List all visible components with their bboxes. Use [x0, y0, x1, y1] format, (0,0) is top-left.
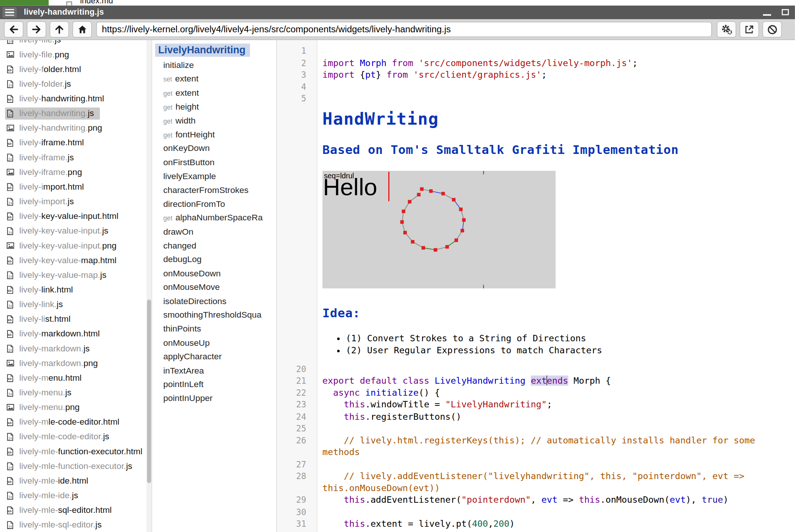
code-line[interactable]: 29 this.addEventListener("pointerdown", …	[323, 494, 792, 506]
code-line[interactable]: 23 this.windowTitle = "LivelyHandwriting…	[323, 399, 792, 411]
outline-item[interactable]: smoothingThresholdSqua	[152, 308, 276, 322]
file-item[interactable]: lively-handwriting.png	[0, 121, 152, 135]
sidebar-scrollbar-thumb[interactable]	[147, 300, 151, 483]
code-line[interactable]: 25	[323, 423, 792, 435]
outline-item[interactable]: applyCharacter	[152, 350, 276, 364]
back-button[interactable]	[4, 21, 23, 38]
outline-item[interactable]: getheight	[152, 100, 276, 114]
accessor-modifier: get	[163, 214, 172, 222]
file-item[interactable]: lively-import.html	[0, 179, 152, 194]
code-line[interactable]: 1	[323, 45, 792, 57]
menu-button[interactable]	[3, 7, 17, 18]
file-item[interactable]: jslively-import.js	[0, 194, 152, 209]
file-name-rest: js	[100, 270, 107, 280]
outline-item[interactable]: changed	[152, 239, 276, 253]
file-item[interactable]: jslively-link.js	[0, 297, 152, 312]
code-line[interactable]: 31 this.extent = lively.pt(400,200)	[323, 518, 792, 530]
file-item[interactable]: lively-link.html	[0, 282, 152, 297]
up-button[interactable]	[50, 21, 69, 38]
file-item[interactable]: lively-markdown.png	[0, 356, 152, 371]
outline-item[interactable]: isolateDirections	[152, 294, 276, 308]
home-button[interactable]	[72, 21, 92, 38]
file-item[interactable]: lively-file.png	[0, 47, 152, 62]
outline-item[interactable]: onMouseMove	[152, 280, 276, 294]
outline-item[interactable]: debugLog	[152, 253, 276, 267]
png-file-icon	[7, 241, 15, 250]
settings-button[interactable]	[717, 21, 736, 38]
file-item[interactable]: jslively-iframe.js	[0, 150, 152, 165]
outline-item-label: pointInUpper	[163, 393, 213, 403]
file-item[interactable]: jslively-mle-function-executor.js	[0, 459, 152, 473]
minimize-button[interactable]	[762, 9, 773, 17]
outline-item[interactable]: onMouseDown	[152, 267, 276, 280]
file-item[interactable]: lively-menu.html	[0, 371, 152, 385]
outline-item[interactable]: getwidth	[152, 114, 276, 128]
code-line[interactable]: 5	[323, 93, 792, 105]
outline-item[interactable]: getextent	[152, 86, 276, 100]
file-item[interactable]: jslively-mle-ide.js	[0, 488, 152, 503]
cancel-button[interactable]	[762, 21, 781, 38]
outline-item[interactable]: pointInUpper	[152, 392, 276, 405]
file-item[interactable]: jslively-handwriting.js	[0, 106, 152, 121]
outline-item[interactable]: setextent	[152, 72, 276, 86]
code-line[interactable]: 20	[323, 363, 792, 375]
line-number: 4	[277, 81, 306, 93]
file-item[interactable]: lively-mle-ide.html	[0, 473, 152, 488]
code-line[interactable]: 26 // lively.html.registerKeys(this); //…	[323, 435, 792, 458]
file-item[interactable]: jslively-key-value-map.js	[0, 268, 152, 282]
url-input[interactable]	[97, 22, 712, 37]
file-item[interactable]: lively-folder.html	[0, 62, 152, 77]
code-line[interactable]: 28 // lively.addEventListener("livelyhan…	[323, 470, 792, 494]
outline-item[interactable]: initialize	[152, 58, 276, 72]
outline-item[interactable]: characterFromStrokes	[152, 183, 276, 197]
file-row-content: jslively-iframe.js	[7, 152, 74, 163]
file-item[interactable]: lively-markdown.html	[0, 326, 152, 341]
maximize-button[interactable]	[781, 8, 790, 17]
outline-item[interactable]: pointInLeft	[152, 378, 276, 392]
outline-item[interactable]: thinPoints	[152, 322, 276, 336]
code-line[interactable]: 2import Morph from 'src/components/widge…	[323, 57, 792, 69]
file-item[interactable]: jslively-mle-sql-editor.js	[0, 517, 152, 532]
file-item[interactable]: lively-mle-sql-editor.html	[0, 503, 152, 517]
file-item[interactable]: lively-list.html	[0, 312, 152, 326]
file-item[interactable]: lively-menu.png	[0, 400, 152, 414]
file-item[interactable]: lively-key-value-map.html	[0, 253, 152, 268]
line-number: 23	[277, 399, 306, 411]
file-item[interactable]: lively-key-value-input.png	[0, 238, 152, 253]
outline-item[interactable]: onFirstButton	[152, 155, 276, 169]
outline-item[interactable]: livelyExample	[152, 169, 276, 183]
code-token	[429, 375, 434, 386]
outline-item[interactable]: getfontHeight	[152, 128, 276, 142]
file-item[interactable]: jslively-markdown.js	[0, 341, 152, 356]
open-external-button[interactable]	[740, 21, 759, 38]
code-line[interactable]: 24 this.registerButtons()	[323, 411, 792, 423]
outline-item[interactable]: inTextArea	[152, 364, 276, 378]
code-line[interactable]: 4	[323, 81, 792, 93]
file-item[interactable]: lively-key-value-input.html	[0, 209, 152, 223]
code-line[interactable]: 3import {pt} from 'src/client/graphics.j…	[323, 69, 792, 81]
file-item[interactable]: lively-mle-function-executor.html	[0, 444, 152, 459]
outline-class-item[interactable]: LivelyHandwriting	[155, 44, 250, 57]
outline-item[interactable]: onKeyDown	[152, 142, 276, 155]
file-item[interactable]: jslively-folder.js	[0, 77, 152, 91]
file-name-prefix: lively-	[19, 329, 41, 338]
outline-item[interactable]: getalphaNumberSpaceRa	[152, 211, 276, 225]
code-line[interactable]: 30	[323, 506, 792, 518]
file-item[interactable]: lively-iframe.png	[0, 165, 152, 179]
forward-button[interactable]	[27, 21, 46, 38]
file-item[interactable]: lively-mle-code-editor.html	[0, 414, 152, 429]
file-item[interactable]: lively-handwriting.html	[0, 91, 152, 106]
file-item[interactable]: jslively-key-value-input.js	[0, 223, 152, 238]
outline-item[interactable]: drawOn	[152, 225, 276, 239]
code-line[interactable]: 27	[323, 458, 792, 470]
outline-item[interactable]: directionFromTo	[152, 197, 276, 211]
file-item[interactable]: jslively-menu.js	[0, 385, 152, 400]
file-item[interactable]: jslively-mle-code-editor.js	[0, 429, 152, 444]
code-line[interactable]: 22 async initialize() {	[323, 387, 792, 399]
file-item[interactable]: lively-iframe.html	[0, 135, 152, 150]
outline-item-label: alphaNumberSpaceRa	[175, 213, 262, 223]
file-name-prefix: lively-mle-sql-editor.	[19, 520, 95, 529]
outline-item[interactable]: onMouseUp	[152, 336, 276, 350]
file-item[interactable]: jslively-file.js	[0, 40, 152, 47]
code-line[interactable]: 21export default class LivelyHandwriting…	[323, 375, 792, 387]
